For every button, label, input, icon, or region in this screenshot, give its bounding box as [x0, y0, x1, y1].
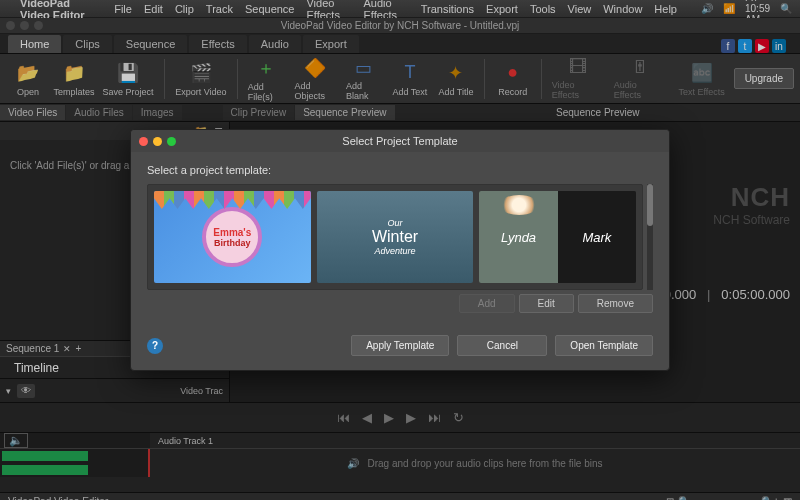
template-scrollbar[interactable] — [647, 184, 653, 290]
add-template-button: Add — [459, 294, 515, 313]
apply-template-button[interactable]: Apply Template — [351, 335, 449, 356]
dialog-prompt: Select a project template: — [147, 164, 653, 176]
template-wedding[interactable]: Lynda Mark — [479, 191, 636, 283]
cancel-button[interactable]: Cancel — [457, 335, 547, 356]
template-birthday[interactable]: Emma'sBirthday — [154, 191, 311, 283]
template-dialog: Select Project Template Select a project… — [130, 129, 670, 371]
remove-template-button[interactable]: Remove — [578, 294, 653, 313]
template-winter[interactable]: Our Winter Adventure — [317, 191, 474, 283]
template-list: Emma'sBirthday Our Winter Adventure Lynd… — [147, 184, 643, 290]
open-template-button[interactable]: Open Template — [555, 335, 653, 356]
help-icon[interactable]: ? — [147, 338, 163, 354]
dialog-titlebar: Select Project Template — [131, 130, 669, 152]
dialog-maximize-icon[interactable] — [167, 137, 176, 146]
dialog-close-icon[interactable] — [139, 137, 148, 146]
modal-backdrop: Select Project Template Select a project… — [0, 0, 800, 500]
edit-template-button[interactable]: Edit — [519, 294, 574, 313]
dialog-minimize-icon[interactable] — [153, 137, 162, 146]
